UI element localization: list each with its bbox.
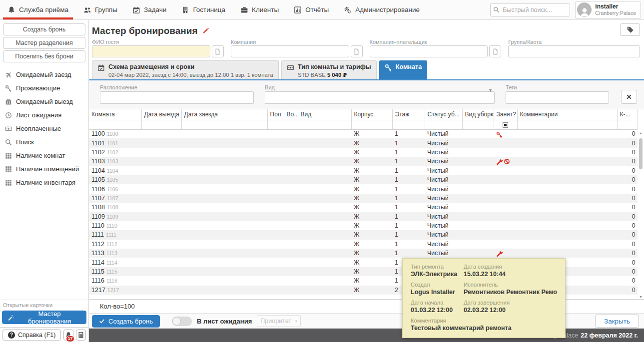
briefcase-icon xyxy=(240,6,248,14)
nav-item-chart[interactable]: Отчёты xyxy=(286,0,336,19)
plane-icon xyxy=(5,71,12,78)
table-row[interactable]: 11041104Ж1Чистый0 xyxy=(89,166,637,175)
sidebar-item[interactable]: Наличие комнат xyxy=(0,149,88,162)
sidebar: Создать броньМастер разделенияПоселить б… xyxy=(0,20,89,342)
table-row[interactable]: 11071107Ж1Чистый0 xyxy=(89,194,637,203)
tab-2[interactable]: Комната xyxy=(379,60,428,79)
view-filter-select[interactable] xyxy=(265,91,495,104)
table-row[interactable]: 11111111Ж1Чистый0 xyxy=(89,230,637,239)
tab-1[interactable]: Тип комнаты и тарифыSTD BASE 5 040 ₽ xyxy=(281,60,377,79)
table-row[interactable]: 11091109Ж1Чистый0 xyxy=(89,212,637,221)
table-row[interactable]: 11001100Ж1Чистый0 xyxy=(89,129,637,138)
pick-from-card-button[interactable] xyxy=(212,45,224,57)
column-header[interactable]: Дата заезда xyxy=(181,109,267,120)
banknote-icon xyxy=(287,64,294,71)
nav-item-gears[interactable]: Администрирование xyxy=(336,0,427,19)
field-input-3[interactable] xyxy=(508,45,640,57)
building-icon xyxy=(181,6,189,14)
scroll-up-icon[interactable]: ▲ xyxy=(639,131,643,135)
vertical-scrollbar[interactable]: ▲ ▼ xyxy=(638,131,644,299)
sidebar-item[interactable]: Наличие помещений xyxy=(0,162,88,176)
table-row[interactable]: 11031103Ж1Чистый0 xyxy=(89,157,637,166)
column-header[interactable]: Дата выезда xyxy=(141,109,181,120)
tags-button[interactable] xyxy=(620,23,640,36)
notifications-button[interactable]: 17 xyxy=(63,330,73,341)
pick-from-card-button[interactable] xyxy=(489,45,501,57)
table-row[interactable]: 11081108Ж1Чистый0 xyxy=(89,203,637,212)
sidebar-item[interactable]: Ожидаемый заезд xyxy=(0,68,88,81)
scrollbar-thumb[interactable] xyxy=(639,138,643,169)
waitlist-toggle[interactable] xyxy=(172,317,192,326)
column-header[interactable]: Во... xyxy=(284,109,298,120)
check-icon xyxy=(99,318,105,324)
tooltip-field: Дата начала01.03.22 12:00 xyxy=(411,300,460,314)
scroll-down-icon[interactable]: ▼ xyxy=(639,295,643,299)
column-header[interactable]: Занят? xyxy=(494,109,517,120)
user-name: installer xyxy=(595,3,636,10)
chart-icon xyxy=(294,6,302,14)
key-icon xyxy=(5,85,12,92)
sidebar-item[interactable]: Ожидаемый выезд xyxy=(0,95,88,108)
column-header[interactable]: Пол xyxy=(267,109,284,120)
nav-item-building[interactable]: Гостиница xyxy=(174,0,233,19)
pick-from-card-button[interactable] xyxy=(351,45,363,57)
nav-item-calendar[interactable]: Задачи xyxy=(125,0,174,19)
tags-filter-input[interactable] xyxy=(506,91,609,104)
nav-item-bell[interactable]: Служба приёма xyxy=(0,0,76,19)
table-row[interactable]: 11061106Ж1Чистый0 xyxy=(89,184,637,193)
table-row[interactable]: 11021102Ж1Чистый0 xyxy=(89,148,637,157)
sidebar-item[interactable]: Наличие инвентаря xyxy=(0,176,88,189)
sidebar-button-0[interactable]: Создать бронь xyxy=(3,23,85,35)
sidebar-button-1[interactable]: Мастер разделения xyxy=(3,37,85,49)
table-row[interactable]: 11101110Ж1Чистый0 xyxy=(89,221,637,230)
sidebar-menu: Ожидаемый заездПроживающиеОжидаемый выез… xyxy=(0,68,88,189)
open-cards-label: Открытые карточки xyxy=(1,300,87,311)
question-icon: ? xyxy=(8,332,15,339)
tags-filter-label: Теги xyxy=(506,84,609,90)
grid-icon xyxy=(5,179,12,186)
column-header[interactable]: Вид xyxy=(298,109,351,120)
create-booking-button[interactable]: Создать бронь xyxy=(92,315,160,328)
doc-icon xyxy=(353,48,360,55)
edit-title-icon[interactable] xyxy=(202,27,209,34)
page-title: Мастер бронирования xyxy=(92,25,198,36)
sidebar-button-2[interactable]: Поселить без брони xyxy=(3,50,85,62)
column-header[interactable]: Комната xyxy=(89,109,141,120)
open-card-booking-wizard[interactable]: Мастер бронирования xyxy=(2,311,86,324)
location-filter-input[interactable] xyxy=(100,91,254,104)
wizard-tabs: Схема размещения и сроки02-04 мар 2022, … xyxy=(89,60,644,80)
table-row[interactable]: 11011101Ж1Чистый0 xyxy=(89,138,637,147)
nav-item-briefcase[interactable]: Клиенты xyxy=(233,0,286,19)
users-icon xyxy=(83,6,91,14)
table-row[interactable]: 11051105Ж1Чистый0 xyxy=(89,175,637,184)
table-row[interactable]: 11131113Ж1Чистый0 xyxy=(89,249,637,258)
close-button[interactable]: Закрыть xyxy=(595,315,639,328)
sidebar-item[interactable]: Поиск xyxy=(0,135,88,149)
user-menu[interactable]: installer Cranberry Palace xyxy=(575,1,641,19)
occupied-filter-icon[interactable] xyxy=(503,122,508,128)
column-header[interactable]: Статус уб... xyxy=(425,109,462,120)
sidebar-item[interactable]: Лист ожидания xyxy=(0,108,88,122)
quick-search-input[interactable] xyxy=(490,3,570,16)
ban-icon xyxy=(504,158,510,165)
clear-filters-button[interactable] xyxy=(621,90,637,104)
column-header[interactable]: К-... xyxy=(617,109,637,120)
field-input-2[interactable] xyxy=(370,45,488,57)
column-header[interactable]: Вид уборки xyxy=(462,109,494,120)
column-header[interactable]: Корпус xyxy=(351,109,392,120)
tooltip-field: ИсполнительРемонтников Ремонтник Ремо xyxy=(464,282,557,296)
nav-item-users[interactable]: Группы xyxy=(76,0,125,19)
calculator-button[interactable] xyxy=(76,330,86,341)
column-header[interactable]: Комментарии xyxy=(517,109,617,120)
priority-select[interactable]: Приоритет ▾ xyxy=(257,315,301,327)
table-header: КомнатаДата выездаДата заездаПолВо...Вид… xyxy=(89,109,637,129)
field-input-1[interactable] xyxy=(231,45,349,57)
column-header[interactable]: Этаж xyxy=(392,109,425,120)
field-input-0[interactable] xyxy=(92,45,210,57)
table-row[interactable]: 11121112Ж1Чистый0 xyxy=(89,240,637,249)
tab-0[interactable]: Схема размещения и сроки02-04 мар 2022, … xyxy=(92,60,279,79)
wrench-icon xyxy=(496,158,503,165)
sidebar-item[interactable]: Проживающие xyxy=(0,81,88,95)
sidebar-item[interactable]: Неоплаченные xyxy=(0,122,88,135)
help-button[interactable]: ? Справка (F1) xyxy=(2,330,61,341)
